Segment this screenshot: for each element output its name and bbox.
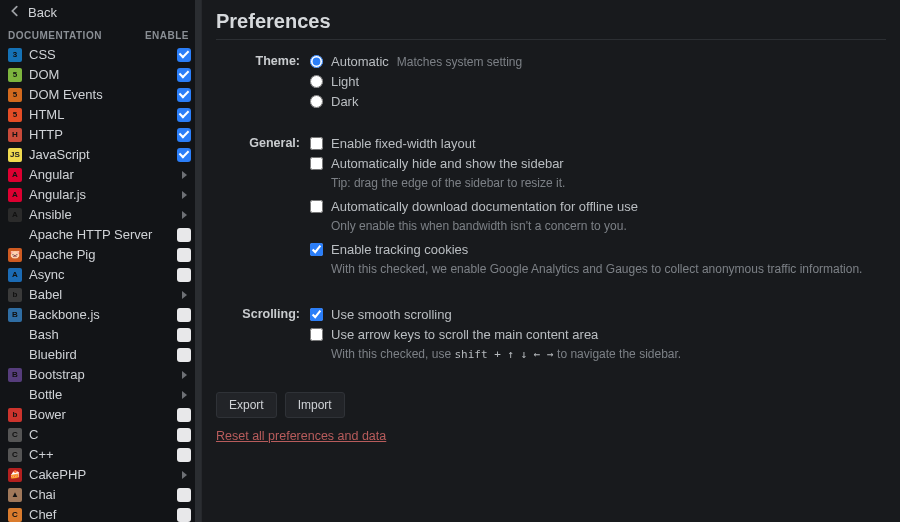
sidebar-item-label: JavaScript <box>29 147 170 162</box>
enable-doc-checkbox[interactable] <box>177 308 191 322</box>
enable-doc-checkbox[interactable] <box>177 428 191 442</box>
sidebar-item[interactable]: AAsync <box>0 265 201 285</box>
fixed-width-checkbox[interactable] <box>310 137 323 150</box>
sidebar-header: DOCUMENTATION ENABLE <box>0 26 201 45</box>
enable-doc-checkbox[interactable] <box>177 488 191 502</box>
doc-icon: A <box>8 168 22 182</box>
sidebar-item[interactable]: 🐷Apache Pig <box>0 245 201 265</box>
enable-doc-checkbox[interactable] <box>177 148 191 162</box>
expand-arrow-icon[interactable] <box>177 208 191 222</box>
autodownload-tip: Only enable this when bandwidth isn't a … <box>331 219 886 234</box>
theme-radio-automatic[interactable] <box>310 55 323 68</box>
doc-icon: C <box>8 428 22 442</box>
sidebar-item-label: DOM <box>29 67 170 82</box>
sidebar-item-label: Chef <box>29 507 170 522</box>
sidebar-item-label: CSS <box>29 47 170 62</box>
sidebar-item-label: Babel <box>29 287 170 302</box>
autodownload-checkbox[interactable] <box>310 200 323 213</box>
smooth-scrolling-label: Use smooth scrolling <box>331 307 452 323</box>
sidebar-item-label: Ansible <box>29 207 170 222</box>
autohide-label: Automatically hide and show the sidebar <box>331 156 564 172</box>
sidebar-item[interactable]: 5DOM Events <box>0 85 201 105</box>
sidebar-item-label: HTML <box>29 107 170 122</box>
sidebar-item-label: Chai <box>29 487 170 502</box>
back-button[interactable]: Back <box>0 0 201 26</box>
doc-icon: 5 <box>8 68 22 82</box>
sidebar-item[interactable]: bBabel <box>0 285 201 305</box>
back-label: Back <box>28 5 57 20</box>
sidebar-item[interactable]: Bash <box>0 325 201 345</box>
enable-doc-checkbox[interactable] <box>177 88 191 102</box>
enable-doc-checkbox[interactable] <box>177 508 191 522</box>
reset-link[interactable]: Reset all preferences and data <box>216 429 386 443</box>
enable-doc-checkbox[interactable] <box>177 268 191 282</box>
doc-icon: 3 <box>8 48 22 62</box>
theme-radio-dark[interactable] <box>310 95 323 108</box>
doc-icon: B <box>8 368 22 382</box>
preferences-panel: Preferences Theme: Automatic Matches sys… <box>202 0 900 522</box>
sidebar-item-label: C <box>29 427 170 442</box>
sidebar-item[interactable]: 5HTML <box>0 105 201 125</box>
expand-arrow-icon[interactable] <box>177 468 191 482</box>
autohide-tip: Tip: drag the edge of the sidebar to res… <box>331 176 886 191</box>
expand-arrow-icon[interactable] <box>177 168 191 182</box>
sidebar-item[interactable]: BBackbone.js <box>0 305 201 325</box>
sidebar-item[interactable]: 3CSS <box>0 45 201 65</box>
enable-doc-checkbox[interactable] <box>177 348 191 362</box>
arrow-scroll-label: Use arrow keys to scroll the main conten… <box>331 327 598 343</box>
doc-icon: B <box>8 308 22 322</box>
theme-automatic-hint: Matches system setting <box>397 54 522 70</box>
expand-arrow-icon[interactable] <box>177 288 191 302</box>
general-row: General: Enable fixed-width layout Autom… <box>216 136 886 285</box>
enable-doc-checkbox[interactable] <box>177 48 191 62</box>
sidebar-item[interactable]: CChef <box>0 505 201 522</box>
arrow-scroll-checkbox[interactable] <box>310 328 323 341</box>
doc-icon: A <box>8 208 22 222</box>
arrow-tip-pre: With this checked, use <box>331 347 454 361</box>
smooth-scrolling-checkbox[interactable] <box>310 308 323 321</box>
sidebar-item[interactable]: AAngular <box>0 165 201 185</box>
autohide-checkbox[interactable] <box>310 157 323 170</box>
expand-arrow-icon[interactable] <box>177 388 191 402</box>
enable-doc-checkbox[interactable] <box>177 408 191 422</box>
theme-label: Theme: <box>216 54 310 114</box>
doc-icon <box>8 388 22 402</box>
sidebar-item[interactable]: AAngular.js <box>0 185 201 205</box>
doc-icon: H <box>8 128 22 142</box>
sidebar-item[interactable]: AAnsible <box>0 205 201 225</box>
sidebar-item[interactable]: ▲Chai <box>0 485 201 505</box>
tracking-checkbox[interactable] <box>310 243 323 256</box>
enable-doc-checkbox[interactable] <box>177 328 191 342</box>
expand-arrow-icon[interactable] <box>177 368 191 382</box>
import-button[interactable]: Import <box>285 392 345 418</box>
sidebar-item[interactable]: Apache HTTP Server <box>0 225 201 245</box>
enable-doc-checkbox[interactable] <box>177 128 191 142</box>
sidebar-item[interactable]: CC <box>0 425 201 445</box>
sidebar-item[interactable]: JSJavaScript <box>0 145 201 165</box>
enable-doc-checkbox[interactable] <box>177 448 191 462</box>
sidebar-item[interactable]: BBootstrap <box>0 365 201 385</box>
fixed-width-label: Enable fixed-width layout <box>331 136 476 152</box>
sidebar-item[interactable]: bBower <box>0 405 201 425</box>
enable-doc-checkbox[interactable] <box>177 108 191 122</box>
enable-doc-checkbox[interactable] <box>177 228 191 242</box>
theme-radio-light[interactable] <box>310 75 323 88</box>
sidebar-item[interactable]: Bottle <box>0 385 201 405</box>
sidebar-header-left: DOCUMENTATION <box>8 30 102 41</box>
sidebar-item[interactable]: HHTTP <box>0 125 201 145</box>
sidebar-item[interactable]: 🍰CakePHP <box>0 465 201 485</box>
doc-icon: A <box>8 188 22 202</box>
sidebar-item[interactable]: CC++ <box>0 445 201 465</box>
sidebar-item[interactable]: Bluebird <box>0 345 201 365</box>
arrow-tip-post: to navigate the sidebar. <box>554 347 681 361</box>
enable-doc-checkbox[interactable] <box>177 68 191 82</box>
sidebar-item[interactable]: 5DOM <box>0 65 201 85</box>
autodownload-label: Automatically download documentation for… <box>331 199 638 215</box>
expand-arrow-icon[interactable] <box>177 188 191 202</box>
enable-doc-checkbox[interactable] <box>177 248 191 262</box>
back-arrow-icon <box>8 4 22 21</box>
sidebar-item-label: Bottle <box>29 387 170 402</box>
export-button[interactable]: Export <box>216 392 277 418</box>
doc-icon <box>8 348 22 362</box>
doc-icon: C <box>8 508 22 522</box>
